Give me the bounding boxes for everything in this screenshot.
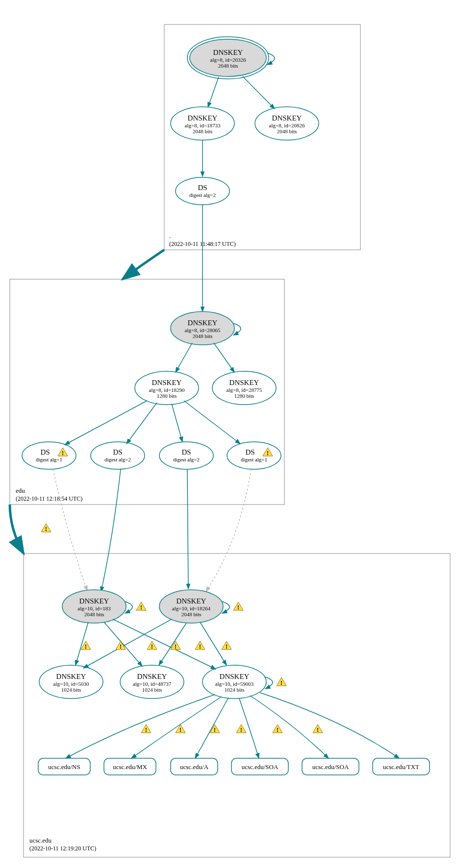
svg-text:ucsc.edu/A: ucsc.edu/A: [180, 763, 209, 771]
warning-icon: [141, 724, 151, 733]
svg-text:digest alg=2: digest alg=2: [189, 192, 216, 198]
svg-text:ucsc.edu/SOA: ucsc.edu/SOA: [312, 763, 349, 771]
edge-edu-to-ucsc: [10, 505, 24, 554]
record-ns[interactable]: ucsc.edu/NS: [38, 758, 90, 775]
edge: [260, 693, 399, 758]
node-edu-zsk2[interactable]: DNSKEY alg=8, id=28775 1280 bits: [212, 371, 276, 405]
svg-text:DNSKEY: DNSKEY: [137, 673, 167, 680]
svg-text:2048 bits: 2048 bits: [193, 333, 213, 339]
svg-text:DNSKEY: DNSKEY: [272, 114, 302, 122]
node-edu-zsk1[interactable]: DNSKEY alg=8, id=18290 1280 bits: [135, 371, 199, 405]
edge: [104, 622, 142, 666]
svg-text:ucsc.edu/NS: ucsc.edu/NS: [48, 763, 80, 771]
node-edu-ksk[interactable]: DNSKEY alg=8, id=28065 2048 bits: [171, 312, 234, 345]
edge: [159, 623, 186, 665]
node-edu-ds2[interactable]: DS digest alg=2: [91, 442, 145, 469]
svg-text:DNSKEY: DNSKEY: [177, 597, 206, 605]
svg-text:alg=8, id=20826: alg=8, id=20826: [269, 122, 305, 128]
svg-text:DS: DS: [198, 184, 207, 192]
record-soa1[interactable]: ucsc.edu/SOA: [231, 758, 288, 775]
svg-text:digest alg=1: digest alg=1: [36, 457, 62, 462]
warning-icon: [236, 724, 246, 733]
svg-text:alg=10, id=18264: alg=10, id=18264: [172, 605, 211, 611]
svg-text:1024 bits: 1024 bits: [61, 687, 81, 693]
node-ucsc-ksk2[interactable]: DNSKEY alg=10, id=18264 2048 bits: [159, 590, 223, 623]
svg-text:DNSKEY: DNSKEY: [229, 379, 259, 386]
svg-text:alg=10, id=183: alg=10, id=183: [77, 605, 111, 611]
svg-text:digest alg=1: digest alg=1: [241, 457, 267, 462]
zone-edu-name: edu: [16, 487, 25, 494]
record-mx[interactable]: ucsc.edu/MX: [104, 758, 156, 775]
svg-text:alg=10, id=48737: alg=10, id=48737: [133, 681, 172, 687]
zone-ucsc-name: ucsc.edu: [29, 837, 52, 844]
edge: [214, 343, 234, 372]
node-ucsc-zsk1[interactable]: DNSKEY alg=10, id=5030 1024 bits: [39, 665, 103, 699]
zone-root-name: .: [169, 232, 171, 240]
node-root-zsk2[interactable]: DNSKEY alg=8, id=20826 2048 bits: [255, 107, 319, 140]
record-soa2[interactable]: ucsc.edu/SOA: [302, 758, 359, 775]
svg-text:DNSKEY: DNSKEY: [188, 319, 218, 327]
node-root-ds[interactable]: DS digest alg=2: [176, 177, 229, 205]
warning-icon: [277, 677, 286, 686]
edge: [195, 698, 228, 758]
node-ucsc-zsk3[interactable]: DNSKEY alg=10, id=59003 1024 bits: [203, 665, 266, 699]
record-txt[interactable]: ucsc.edu/TXT: [373, 758, 430, 775]
warning-icon: [233, 602, 243, 611]
svg-text:alg=8, id=20326: alg=8, id=20326: [210, 57, 246, 63]
svg-text:alg=8, id=28775: alg=8, id=28775: [227, 387, 262, 393]
svg-text:alg=8, id=28065: alg=8, id=28065: [185, 327, 221, 333]
edge-dashed: [53, 469, 87, 591]
svg-text:ucsc.edu/TXT: ucsc.edu/TXT: [383, 763, 419, 771]
edge: [66, 695, 215, 758]
node-ucsc-zsk2[interactable]: DNSKEY alg=10, id=48737 1024 bits: [120, 665, 184, 699]
svg-text:alg=8, id=18733: alg=8, id=18733: [185, 122, 221, 128]
edge: [65, 401, 147, 445]
svg-text:DS: DS: [181, 448, 191, 456]
svg-text:digest alg=2: digest alg=2: [104, 457, 131, 462]
edge: [200, 622, 227, 665]
svg-text:2048 bits: 2048 bits: [181, 611, 202, 617]
edge: [127, 403, 157, 444]
node-edu-ds4[interactable]: DS digest alg=1: [227, 442, 281, 469]
node-root-ksk[interactable]: DNSKEY alg=8, id=20326 2048 bits: [187, 37, 269, 79]
svg-text:DNSKEY: DNSKEY: [213, 48, 243, 56]
node-edu-ds1[interactable]: DS digest alg=1: [22, 442, 76, 469]
warning-icon: [176, 724, 185, 733]
zone-edu-time: (2022-10-11 12:18:54 UTC): [16, 495, 82, 502]
svg-text:DS: DS: [113, 448, 122, 456]
svg-text:1280 bits: 1280 bits: [157, 393, 177, 399]
svg-text:DNSKEY: DNSKEY: [220, 673, 250, 680]
record-a[interactable]: ucsc.edu/A: [171, 758, 218, 775]
svg-text:alg=10, id=59003: alg=10, id=59003: [215, 681, 254, 687]
svg-text:1024 bits: 1024 bits: [142, 687, 162, 693]
edge: [243, 76, 275, 109]
edge: [101, 469, 121, 592]
edge: [187, 469, 188, 589]
svg-text:DNSKEY: DNSKEY: [79, 597, 109, 605]
svg-text:2048 bits: 2048 bits: [218, 63, 238, 69]
svg-text:DNSKEY: DNSKEY: [152, 379, 182, 386]
warning-icon: [136, 602, 146, 611]
svg-text:DNSKEY: DNSKEY: [56, 673, 86, 680]
edge: [184, 401, 240, 444]
svg-text:ucsc.edu/MX: ucsc.edu/MX: [113, 763, 147, 771]
edge-root-to-edu: [123, 250, 164, 279]
warning-icon: [147, 641, 157, 650]
svg-text:digest alg=2: digest alg=2: [173, 457, 200, 462]
svg-text:ucsc.edu/SOA: ucsc.edu/SOA: [242, 763, 279, 771]
svg-text:2048 bits: 2048 bits: [277, 128, 297, 134]
edge: [176, 343, 192, 372]
warning-icon: [273, 724, 282, 733]
zone-ucsc-time: (2022-10-11 12:19:20 UTC): [29, 845, 96, 852]
node-ucsc-ksk1[interactable]: DNSKEY alg=10, id=183 2048 bits: [62, 590, 126, 623]
svg-text:DNSKEY: DNSKEY: [188, 114, 218, 122]
node-root-zsk1[interactable]: DNSKEY alg=8, id=18733 2048 bits: [171, 107, 234, 140]
warning-icon: [222, 641, 231, 650]
warning-icon: [195, 641, 205, 650]
svg-text:DS: DS: [245, 448, 254, 456]
svg-text:1024 bits: 1024 bits: [225, 687, 245, 693]
svg-text:alg=8, id=18290: alg=8, id=18290: [149, 387, 185, 393]
node-edu-ds3[interactable]: DS digest alg=2: [159, 442, 213, 469]
warning-icon: [41, 524, 51, 532]
warning-icon: [313, 724, 323, 733]
